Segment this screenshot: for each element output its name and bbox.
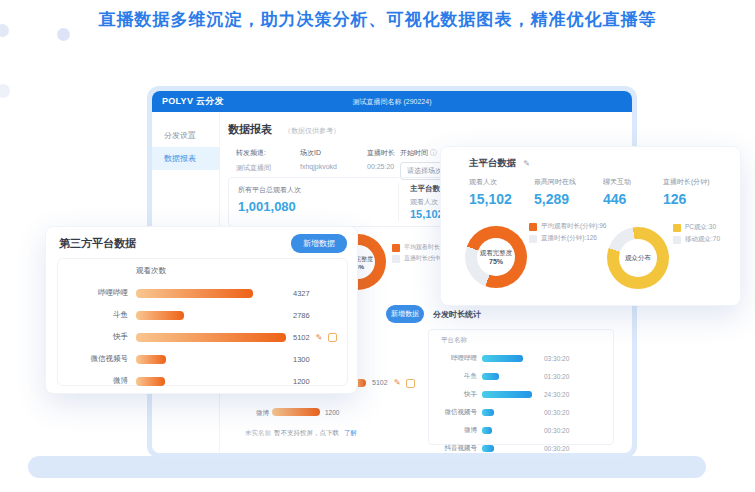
third-party-card: 第三方平台数据 新增数据 观看次数 哔哩哔哩 4327 斗鱼 2786 快手 5… (45, 226, 358, 394)
bar (136, 333, 286, 342)
donut-center-label: 观众分布 (625, 254, 651, 263)
bar-row: 微信视频号 1300 (66, 354, 339, 364)
inline-views-label: 观看人次 (410, 197, 438, 207)
duration-bar (482, 445, 494, 452)
chart-title: 观看次数 (136, 266, 339, 276)
sidebar-item-distribution-settings[interactable]: 分发设置 (152, 124, 220, 147)
page-headline: 直播数据多维沉淀，助力决策分析、可视化数据图表，精准优化直播等 (0, 8, 755, 31)
field-channel-label: 转发频道: (236, 148, 271, 158)
duration-panel: 平台名称 哔哩哔哩 03:30:20 斗鱼 01:30:20 快手 24:30:… (428, 329, 614, 445)
stat-chat: 聊天互动 446 (603, 177, 631, 207)
stat-peak-online: 最高同时在线 5,289 (534, 177, 576, 207)
field-session-id-label: 场次ID (300, 148, 337, 158)
duration-bar (482, 391, 532, 398)
legend-swatch (529, 235, 537, 243)
legend-swatch (392, 244, 400, 252)
dashboard-topbar: 测试直播间名称 (290224) POLYV 云分发 (152, 91, 632, 112)
footer-muted-text: 未实名前 (245, 429, 271, 438)
field-start-time-label: 开始时间 (400, 149, 428, 156)
duration-bar (482, 409, 494, 416)
field-duration-label: 直播时长 (367, 148, 395, 158)
duration-row: 快手 24:30:20 (437, 390, 605, 399)
completion-donut: 观看完整度 75% (465, 226, 527, 288)
field-duration: 直播时长 00:25:20 (367, 148, 395, 170)
session-select-value: 请选择场次 (407, 166, 442, 176)
stat-duration: 直播时长(分钟) 126 (663, 177, 710, 207)
legend-swatch (673, 224, 681, 232)
deco-dot (0, 84, 10, 98)
info-icon: ⓘ (430, 149, 437, 156)
duration-row: 微博 00:30:20 (437, 426, 605, 435)
total-views-label: 所有平台总观看人次 (238, 185, 301, 195)
third-party-card-title: 第三方平台数据 (59, 236, 136, 251)
bar-row: 斗鱼 2786 (66, 310, 339, 320)
edit-icon[interactable]: ✎ (394, 378, 401, 387)
legend-item: PC观众:30 (673, 223, 716, 232)
duration-panel-header: 平台名称 (441, 336, 605, 345)
bottom-decor-strip (28, 456, 706, 478)
bar-row: 哔哩哔哩 4327 (66, 288, 339, 298)
bar (136, 355, 166, 364)
donut-center-label: 观看完整度 (480, 249, 513, 258)
inline-views-value: 15,102 (410, 208, 444, 220)
edit-icon[interactable]: ✎ (316, 333, 323, 342)
page-title: 数据报表 (228, 122, 272, 137)
duration-row: 抖音视频号 00:30:20 (437, 444, 605, 453)
field-session-id-value: fxhqjpkvokd (300, 163, 337, 170)
page-title-note: （数据仅供参考） (284, 126, 340, 136)
confirm-icon[interactable] (328, 333, 337, 342)
duration-row: 哔哩哔哩 03:30:20 (437, 354, 605, 363)
duration-row: 斗鱼 01:30:20 (437, 372, 605, 381)
field-channel-value: 测试直播间 (236, 163, 271, 173)
brand-logo: POLYV 云分发 (162, 95, 224, 108)
bar (136, 377, 165, 386)
audience-donut: 观众分布 (607, 227, 669, 289)
bar (136, 289, 253, 298)
room-title: 测试直播间名称 (290224) (152, 97, 632, 107)
bar-row: 微博 1200 (66, 376, 339, 386)
page: 直播数据多维沉淀，助力决策分析、可视化数据图表，精准优化直播等 测试直播间名称 … (0, 0, 755, 492)
footer-link[interactable]: 了解 (344, 429, 357, 438)
divider (398, 183, 399, 221)
footer-text: 暂不支持投屏，点下载 (274, 429, 339, 438)
weibo-row-label: 微博 (256, 409, 269, 418)
legend-swatch (673, 236, 681, 244)
confirm-icon[interactable] (406, 379, 415, 388)
legend-item: 移动观众:70 (673, 235, 720, 244)
duration-bar (482, 427, 492, 434)
field-channel: 转发频道: 测试直播间 (236, 148, 271, 173)
duration-bar (482, 373, 499, 380)
duration-bar (482, 355, 523, 362)
third-party-chart: 观看次数 哔哩哔哩 4327 斗鱼 2786 快手 5102 ✎ 微信视频号 (57, 258, 348, 386)
main-platform-card: 主平台数据 ✎ 观看人次 15,102 最高同时在线 5,289 聊天互动 44… (440, 146, 741, 306)
weibo-row-value: 1200 (325, 409, 339, 416)
tab-duration-stats[interactable]: 分发时长统计 (433, 309, 481, 320)
duration-row: 微信视频号 00:30:20 (437, 408, 605, 417)
legend-swatch (392, 255, 400, 263)
fragment-value: 5102 (372, 379, 388, 386)
bar (136, 311, 184, 320)
edit-icon[interactable]: ✎ (523, 159, 530, 168)
add-data-button[interactable]: 新增数据 (386, 305, 424, 323)
donut-center-value: 75% (489, 258, 503, 265)
main-platform-card-title: 主平台数据 (469, 157, 517, 168)
field-session-id: 场次ID fxhqjpkvokd (300, 148, 337, 170)
weibo-bar (272, 408, 320, 416)
field-duration-value: 00:25:20 (367, 163, 395, 170)
total-views-value: 1,001,080 (238, 199, 296, 214)
add-data-button[interactable]: 新增数据 (291, 234, 347, 253)
legend-item: 直播时长(分钟):126 (529, 234, 597, 243)
bar-row: 快手 5102 ✎ (66, 332, 339, 342)
legend-swatch (529, 223, 537, 231)
legend-item: 平均观看时长(分钟):96 (529, 222, 606, 231)
sidebar-item-data-report[interactable]: 数据报表 (152, 147, 220, 170)
stat-views: 观看人次 15,102 (469, 177, 512, 207)
